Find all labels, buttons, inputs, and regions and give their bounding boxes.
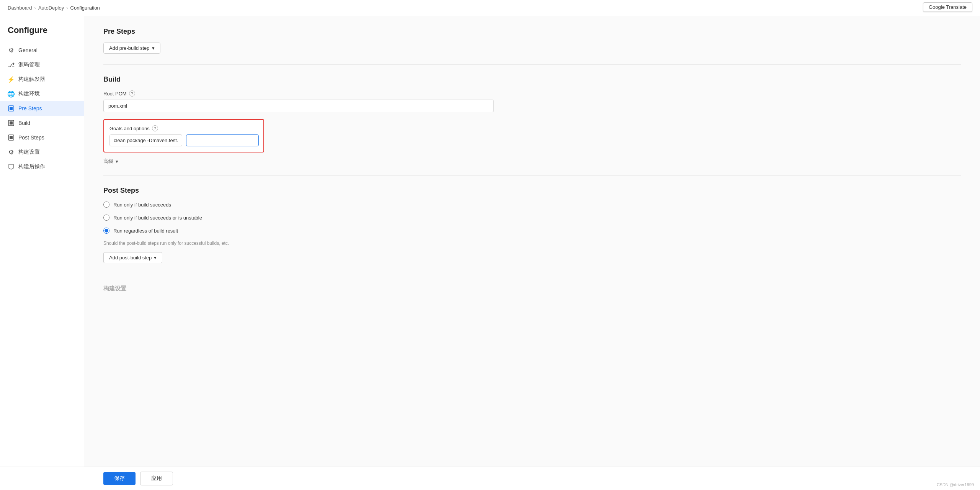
buildsettings-icon: ⚙ [8,149,15,156]
radio-input-regardless[interactable] [103,228,109,234]
sidebar: Configure ⚙ General ⎇ 源码管理 ⚡ 构建触发器 🌐 构建环… [0,16,84,490]
breadcrumb-sep-1: › [34,5,36,11]
lightning-icon: ⚡ [8,76,15,83]
sidebar-item-trigger[interactable]: ⚡ 构建触发器 [0,72,84,87]
breadcrumb: Dashboard › AutoDeploy › Configuration [8,5,100,11]
presteps-icon [8,105,15,112]
svg-rect-3 [10,121,13,125]
postbuild-icon [8,163,15,170]
svg-marker-6 [9,164,13,169]
radio-success-or-unstable[interactable]: Run only if build succeeds or is unstabl… [103,215,961,221]
add-pre-build-step-button[interactable]: Add pre-build step ▾ [103,43,160,54]
build-settings-title: 构建设置 [103,285,961,292]
divider-2 [103,175,961,176]
sidebar-item-label-source: 源码管理 [18,61,40,68]
advanced-row[interactable]: 高级 ▾ [103,158,494,165]
branch-icon: ⎇ [8,61,15,68]
sidebar-item-label-general: General [18,47,38,53]
sidebar-item-build[interactable]: Build [0,116,84,130]
main-content: Pre Steps Add pre-build step ▾ Build Roo… [84,16,980,490]
footer-credit: CSDN @driver1999 [937,482,974,487]
svg-rect-5 [10,136,13,139]
post-steps-section: Post Steps Run only if build succeeds Ru… [103,187,961,263]
radio-regardless[interactable]: Run regardless of build result [103,228,961,234]
post-steps-radio-group: Run only if build succeeds Run only if b… [103,202,961,234]
sidebar-item-label-presteps: Pre Steps [18,105,42,111]
radio-input-success-or-unstable[interactable] [103,215,109,221]
breadcrumb-autodeploy[interactable]: AutoDeploy [38,5,64,11]
sidebar-item-label-env: 构建环境 [18,90,40,97]
sidebar-title: Configure [0,25,84,43]
gear-icon: ⚙ [8,47,15,54]
goals-label: Goals and options ? [109,125,258,131]
sidebar-item-label-build: Build [18,120,30,126]
breadcrumb-configuration: Configuration [70,5,100,11]
root-pom-help-icon[interactable]: ? [129,90,135,97]
sidebar-item-label-postbuild: 构建后操作 [18,163,45,170]
goals-help-icon[interactable]: ? [152,125,158,131]
post-steps-title: Post Steps [103,187,961,195]
build-title: Build [103,75,961,84]
radio-input-success-only[interactable] [103,202,109,208]
root-pom-label: Root POM ? [103,90,494,97]
add-post-build-step-label: Add post-build step [109,255,152,261]
pre-steps-title: Pre Steps [103,28,961,36]
save-button[interactable]: 保存 [103,472,136,485]
google-translate-button[interactable]: Google Translate [923,2,972,12]
divider-3 [103,274,961,274]
dropdown-arrow-icon: ▾ [152,45,155,51]
sidebar-item-label-buildsettings: 构建设置 [18,149,40,156]
build-settings-section: 构建设置 [103,285,961,292]
radio-label-regardless: Run regardless of build result [113,228,178,234]
root-pom-input[interactable] [103,100,494,112]
sidebar-item-general[interactable]: ⚙ General [0,43,84,57]
goals-input[interactable] [109,134,182,146]
bottom-actions-bar: 保存 应用 [0,467,980,490]
build-section: Build Root POM ? Goals and options ? [103,75,961,165]
poststeps-icon [8,134,15,141]
goals-inputs-row [109,134,258,146]
chevron-down-icon: ▾ [116,159,118,164]
app-layout: Configure ⚙ General ⎇ 源码管理 ⚡ 构建触发器 🌐 构建环… [0,16,980,490]
top-bar: Dashboard › AutoDeploy › Configuration G… [0,0,980,16]
radio-label-success-only: Run only if build succeeds [113,202,171,208]
divider-1 [103,64,961,65]
advanced-label: 高级 [103,158,113,165]
breadcrumb-sep-2: › [66,5,68,11]
goals-input-extra[interactable] [186,134,259,146]
radio-success-only[interactable]: Run only if build succeeds [103,202,961,208]
svg-rect-1 [10,107,13,110]
sidebar-item-postbuild[interactable]: 构建后操作 [0,159,84,174]
globe-icon: 🌐 [8,90,15,97]
build-icon [8,120,15,126]
sidebar-item-buildsettings[interactable]: ⚙ 构建设置 [0,145,84,159]
sidebar-item-env[interactable]: 🌐 构建环境 [0,87,84,101]
pre-steps-section: Pre Steps Add pre-build step ▾ [103,28,961,54]
add-post-build-step-button[interactable]: Add post-build step ▾ [103,252,162,263]
sidebar-item-presteps[interactable]: Pre Steps [0,101,84,116]
breadcrumb-dashboard[interactable]: Dashboard [8,5,32,11]
sidebar-item-poststeps[interactable]: Post Steps [0,130,84,145]
apply-button[interactable]: 应用 [140,472,173,485]
post-dropdown-arrow-icon: ▾ [154,255,157,261]
sidebar-item-label-poststeps: Post Steps [18,134,44,141]
goals-section: Goals and options ? [103,119,264,152]
post-steps-hint: Should the post-build steps run only for… [103,241,333,246]
sidebar-item-source[interactable]: ⎇ 源码管理 [0,57,84,72]
radio-label-success-or-unstable: Run only if build succeeds or is unstabl… [113,215,202,221]
add-pre-build-step-label: Add pre-build step [109,45,150,51]
sidebar-item-label-trigger: 构建触发器 [18,76,45,83]
